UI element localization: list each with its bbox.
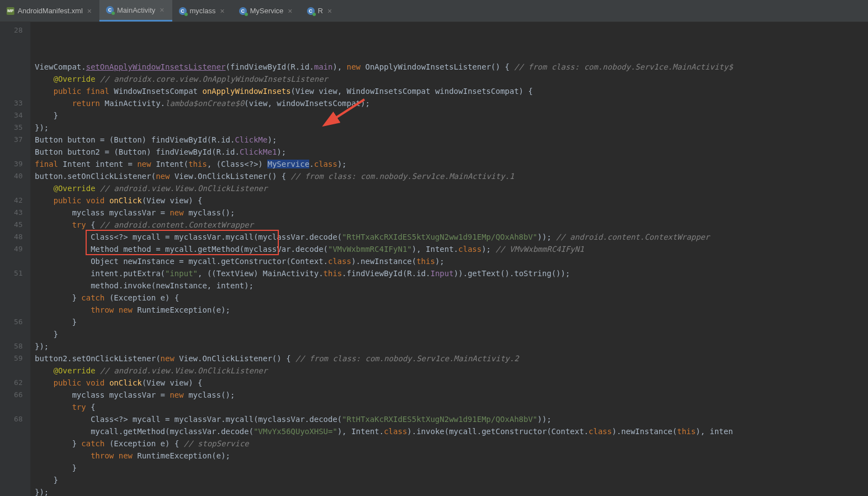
editor-tabs: MFAndroidManifest.xml×CMainActivity×Cmyc… [0, 0, 868, 22]
tab-label: AndroidManifest.xml [18, 7, 83, 15]
code-line[interactable]: public void onClick(View view) { [35, 194, 868, 207]
code-line[interactable]: } [35, 474, 868, 486]
line-number: 39 [0, 158, 30, 170]
code-line[interactable]: public final WindowInsetsCompat onApplyW… [35, 85, 868, 97]
line-number: 34 [0, 109, 30, 122]
line-number: 56 [0, 316, 30, 328]
code-line[interactable]: @Override // android.view.View.OnClickLi… [35, 182, 868, 194]
code-line[interactable]: throw new RuntimeException(e); [35, 450, 868, 462]
code-line[interactable]: try { // android.content.ContextWrapper [35, 219, 868, 231]
line-number: 68 [0, 413, 30, 425]
code-line[interactable]: @Override // android.view.View.OnClickLi… [35, 365, 868, 377]
code-line[interactable]: throw new RuntimeException(e); [35, 304, 868, 316]
code-line[interactable]: intent.putExtra("input", ((TextView) Mai… [35, 267, 868, 279]
xml-file-icon: MF [7, 7, 14, 15]
line-number [0, 61, 30, 73]
line-number [0, 450, 30, 462]
close-icon[interactable]: × [158, 6, 165, 14]
code-line[interactable]: @Override // androidx.core.view.OnApplyW… [35, 73, 868, 85]
code-line[interactable]: myclass myclassVar = new myclass(); [35, 207, 868, 219]
line-number: 58 [0, 340, 30, 352]
line-number [0, 255, 30, 267]
line-number: 35 [0, 122, 30, 134]
line-number [0, 182, 30, 194]
tab-label: MyService [250, 7, 284, 15]
close-icon[interactable]: × [326, 7, 333, 15]
line-number: 33 [0, 97, 30, 109]
code-line[interactable]: Class<?> mycall = myclassVar.mycall(mycl… [35, 231, 868, 243]
line-number: 66 [0, 389, 30, 401]
code-line[interactable]: Object newInstance = mycall.getConstruct… [35, 255, 868, 267]
line-number [0, 36, 30, 49]
code-line[interactable]: ViewCompat.setOnApplyWindowInsetsListene… [35, 61, 868, 73]
tab-label: myclass [190, 7, 216, 15]
line-number [0, 425, 30, 437]
close-icon[interactable]: × [219, 7, 225, 15]
tab-label: R [318, 7, 323, 15]
line-number: 28 [0, 24, 30, 36]
code-line[interactable]: myclass myclassVar = new myclass(); [35, 389, 868, 401]
code-line[interactable]: } [35, 316, 868, 328]
code-line[interactable]: button.setOnClickListener(new View.OnCli… [35, 170, 868, 182]
code-line[interactable]: } [35, 109, 868, 122]
code-editor[interactable]: 28333435373940424345484951565859626668 V… [0, 22, 868, 496]
line-number: 59 [0, 352, 30, 365]
line-number: 37 [0, 134, 30, 146]
code-line[interactable]: method.invoke(newInstance, intent); [35, 279, 868, 292]
line-number: 43 [0, 207, 30, 219]
line-number [0, 49, 30, 61]
line-number: 40 [0, 170, 30, 182]
close-icon[interactable]: × [287, 7, 293, 15]
tab-myclass[interactable]: Cmyclass× [172, 0, 232, 22]
line-number: 42 [0, 194, 30, 207]
line-number [0, 146, 30, 158]
line-number [0, 85, 30, 97]
class-file-icon: C [179, 7, 187, 15]
code-line[interactable]: return MainActivity.lambda$onCreate$0(vi… [35, 97, 868, 109]
code-line[interactable]: Button button2 = (Button) findViewById(R… [35, 146, 868, 158]
code-line[interactable]: public void onClick(View view) { [35, 377, 868, 389]
code-line[interactable]: try { [35, 401, 868, 413]
line-number: 51 [0, 267, 30, 279]
line-gutter: 28333435373940424345484951565859626668 [0, 22, 30, 496]
code-line[interactable]: mycall.getMethod(myclassVar.decode("VMvY… [35, 425, 868, 437]
line-number [0, 292, 30, 304]
tab-myservice[interactable]: CMyService× [232, 0, 300, 22]
tab-label: MainActivity [117, 6, 155, 14]
line-number [0, 279, 30, 292]
close-icon[interactable]: × [86, 7, 93, 15]
tab-mainactivity[interactable]: CMainActivity× [99, 0, 172, 22]
code-line[interactable]: } catch (Exception e) { // stopService [35, 437, 868, 450]
code-line[interactable]: }); [35, 340, 868, 352]
code-line[interactable]: button2.setOnClickListener(new View.OnCl… [35, 352, 868, 365]
class-file-icon: C [307, 7, 315, 15]
code-line[interactable]: Method method = mycall.getMethod(myclass… [35, 243, 868, 255]
code-line[interactable]: } [35, 462, 868, 474]
class-file-icon: C [239, 7, 247, 15]
line-number: 49 [0, 243, 30, 255]
code-line[interactable]: } catch (Exception e) { [35, 292, 868, 304]
code-line[interactable]: } [35, 328, 868, 340]
line-number: 62 [0, 377, 30, 389]
code-area[interactable]: ViewCompat.setOnApplyWindowInsetsListene… [30, 22, 868, 496]
line-number [0, 437, 30, 450]
code-line[interactable]: Class<?> mycall = myclassVar.mycall(mycl… [35, 413, 868, 425]
code-line[interactable]: Button button = (Button) findViewById(R.… [35, 134, 868, 146]
line-number [0, 304, 30, 316]
tab-r[interactable]: CR× [300, 0, 340, 22]
code-line[interactable]: }); [35, 122, 868, 134]
line-number [0, 328, 30, 340]
code-line[interactable]: }); [35, 486, 868, 496]
line-number [0, 401, 30, 413]
line-number [0, 365, 30, 377]
tab-androidmanifest-xml[interactable]: MFAndroidManifest.xml× [0, 0, 99, 22]
line-number [0, 73, 30, 85]
class-file-icon: C [106, 6, 114, 14]
line-number: 48 [0, 231, 30, 243]
line-number: 45 [0, 219, 30, 231]
code-line[interactable]: final Intent intent = new Intent(this, (… [35, 158, 868, 170]
